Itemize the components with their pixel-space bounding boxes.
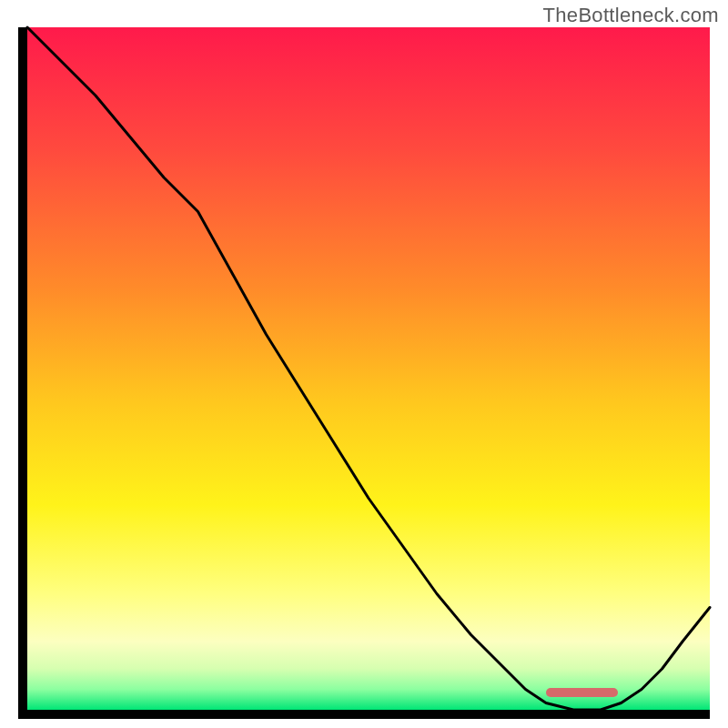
- plot-frame: [18, 27, 710, 719]
- watermark-text: TheBottleneck.com: [543, 4, 719, 27]
- plot-area: [27, 27, 710, 710]
- chart-canvas: TheBottleneck.com: [0, 0, 728, 728]
- line-chart-svg: [27, 27, 710, 710]
- optimal-range-marker: [546, 688, 618, 697]
- bottleneck-curve: [27, 27, 710, 710]
